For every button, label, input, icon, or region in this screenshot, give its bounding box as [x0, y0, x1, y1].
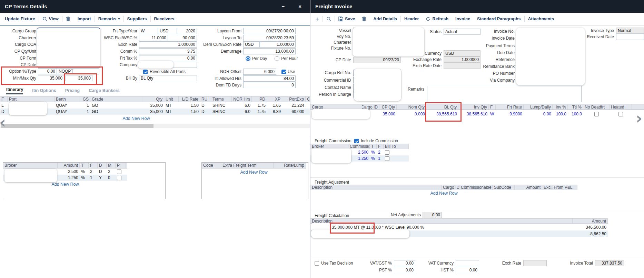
- exch-rate-field[interactable]: 1.000000: [139, 41, 197, 48]
- attachments-button[interactable]: Attachments: [525, 17, 558, 21]
- nav-previous-icon[interactable]: ‹: [0, 114, 6, 130]
- option-pct-field[interactable]: 0.00: [38, 68, 57, 74]
- section-divider: [310, 211, 644, 211]
- suppliers-button[interactable]: Suppliers: [124, 17, 150, 21]
- option-type-field[interactable]: NOOPT: [57, 68, 99, 74]
- min-max-qty-label: Min/Max Qty: [1, 76, 36, 81]
- remarks-field[interactable]: [427, 86, 582, 102]
- nor-offset-field[interactable]: 6.000: [243, 69, 276, 75]
- demurrage-field[interactable]: 13,000.00: [243, 48, 296, 54]
- remarks-button[interactable]: Remarks ▾: [95, 17, 123, 21]
- frt-type-field[interactable]: W: [139, 28, 158, 34]
- net-adjustments-label: Net Adjustments: [390, 213, 421, 217]
- col-xp: XP: [267, 96, 282, 102]
- laycan-to-field[interactable]: 09/28/20 23:59: [243, 35, 296, 41]
- search-button[interactable]: [323, 17, 335, 21]
- delete-button[interactable]: [62, 17, 74, 21]
- bill-by-field[interactable]: BL Qty: [139, 75, 197, 81]
- col-portexp: PortExp: [282, 96, 306, 102]
- save-button[interactable]: Save: [335, 17, 358, 21]
- reversible-all-ports-checkbox[interactable]: [143, 70, 148, 74]
- ttl-allowed-hrs-label: Ttl Allowed Hrs: [201, 76, 241, 81]
- col-cp-qty: CP Qty: [379, 104, 397, 110]
- no-deadfrt-checkbox[interactable]: [594, 112, 599, 116]
- contact-name-label: Contact Name: [310, 85, 351, 90]
- tab-cargo-bunkers[interactable]: Cargo Bunkers: [89, 88, 120, 94]
- per-hour-radio[interactable]: [275, 56, 279, 61]
- calculation-header: Description Amount: [310, 218, 608, 224]
- add-details-button[interactable]: Add Details: [370, 17, 400, 21]
- col-code: Code: [202, 163, 221, 168]
- standard-paragraphs-button[interactable]: Standard Paragraphs: [474, 17, 524, 21]
- scrollbar-thumb[interactable]: [1, 124, 153, 128]
- horizontal-scrollbar: [0, 124, 310, 128]
- include-commission-checkbox[interactable]: [354, 139, 359, 143]
- use-checkbox[interactable]: [281, 70, 286, 74]
- wsc-flat-field[interactable]: 11.0000: [139, 35, 168, 41]
- min-qty-field[interactable]: 35,000: [38, 75, 64, 81]
- refresh-button[interactable]: Refresh: [422, 17, 452, 21]
- frt-year-field[interactable]: 2020: [177, 28, 197, 34]
- col-bill-to: Bill To: [384, 144, 409, 149]
- tab-itin-options[interactable]: Itin Options: [32, 88, 56, 94]
- nav-next-icon[interactable]: ›: [636, 110, 642, 126]
- per-day-radio[interactable]: [246, 56, 250, 61]
- laycan-from-field[interactable]: 09/27/20 00:00: [243, 28, 296, 34]
- tab-itinerary[interactable]: Itinerary: [6, 87, 23, 94]
- heated-checkbox[interactable]: [618, 112, 623, 116]
- minimize-icon[interactable]: −: [281, 4, 285, 9]
- dem-curr-field[interactable]: USD: [243, 41, 260, 48]
- wsc-pct-field[interactable]: 90.000: [168, 35, 197, 41]
- adjustment-add-new-row-link[interactable]: Add New Row: [430, 191, 457, 196]
- max-qty-field[interactable]: 35,000: [66, 75, 92, 81]
- vat-currency-field[interactable]: [456, 260, 479, 266]
- col-m: M: [107, 163, 116, 168]
- comm-pct-field[interactable]: 3.75: [139, 48, 197, 54]
- use-tax-decision-checkbox[interactable]: [315, 261, 319, 266]
- redaction-box: [354, 69, 401, 101]
- import-button[interactable]: Import: [74, 17, 95, 21]
- broker-p-checkbox[interactable]: [117, 176, 121, 180]
- bill-to-checkbox[interactable]: [385, 156, 389, 161]
- col-p: P: [116, 163, 126, 168]
- col-f: F: [489, 104, 496, 110]
- freight-invoice-toolbar: + Save Add Details Header Refresh Invoic…: [310, 13, 644, 25]
- dem-tb-days-field[interactable]: 0: [243, 82, 296, 88]
- col-amount: Amount: [573, 219, 608, 224]
- received-date-field[interactable]: [616, 34, 644, 40]
- bill-to-checkbox[interactable]: [385, 150, 389, 155]
- refresh-icon: [426, 17, 430, 21]
- update-fixture-button[interactable]: Update Fixture: [1, 17, 39, 21]
- col-t: T: [80, 163, 89, 168]
- include-commission-label: Include Commission: [361, 138, 398, 143]
- calc-formula-text: @ 11.0000 * WSC Level 90.000 %: [361, 225, 424, 230]
- receivers-button[interactable]: Receivers: [151, 17, 178, 21]
- itinerary-add-new-row-link[interactable]: Add New Row: [122, 116, 150, 121]
- fixture-no-label: Fixture No.: [310, 46, 351, 51]
- dem-exch-field[interactable]: 1.000000: [260, 41, 296, 48]
- frt-tax-label: Frt Tax %: [98, 56, 137, 61]
- hst-field[interactable]: 0.00: [456, 267, 479, 273]
- tab-pricing[interactable]: Pricing: [65, 88, 80, 94]
- pst-label: PST %: [361, 268, 392, 272]
- delete-button[interactable]: [358, 17, 370, 21]
- redaction-box: [516, 28, 585, 85]
- col-amount: Amount: [58, 163, 80, 168]
- header-button[interactable]: Header: [401, 17, 422, 21]
- extra-freight-add-new-row-link[interactable]: Add New Row: [240, 170, 267, 175]
- vat-gst-field[interactable]: 0.00: [394, 260, 415, 266]
- broker-p-checkbox[interactable]: [117, 169, 121, 174]
- frt-curr-field[interactable]: USD: [158, 28, 177, 34]
- broker-add-new-row-link[interactable]: Add New Row: [51, 182, 79, 187]
- invoice-button[interactable]: Invoice: [452, 17, 474, 21]
- col-inv-qty: Inv Qty: [458, 104, 489, 110]
- new-button[interactable]: +: [312, 16, 323, 22]
- view-button[interactable]: View: [39, 17, 62, 21]
- redaction-box: [312, 109, 370, 119]
- ttl-allowed-hrs-field[interactable]: 84.00: [243, 75, 296, 82]
- invoice-date-label: Invoice Date: [462, 36, 515, 41]
- cp-terms-title: CP Terms Details: [5, 4, 47, 9]
- freight-invoice-titlebar: Freight Invoice: [310, 0, 644, 13]
- pst-field[interactable]: 0.00: [394, 267, 415, 273]
- close-icon[interactable]: ×: [298, 4, 301, 9]
